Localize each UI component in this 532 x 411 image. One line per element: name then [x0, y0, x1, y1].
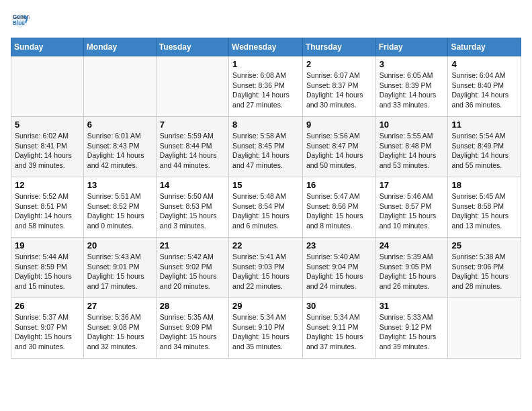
- calendar-body: 1Sunrise: 6:08 AM Sunset: 8:36 PM Daylig…: [11, 56, 521, 359]
- day-info: Sunrise: 6:01 AM Sunset: 8:43 PM Dayligh…: [87, 131, 152, 171]
- day-info: Sunrise: 6:05 AM Sunset: 8:39 PM Dayligh…: [380, 71, 445, 110]
- calendar-cell: 13Sunrise: 5:51 AM Sunset: 8:52 PM Dayli…: [83, 177, 156, 238]
- day-number: 11: [451, 120, 517, 130]
- calendar-cell: 28Sunrise: 5:35 AM Sunset: 9:09 PM Dayli…: [156, 298, 228, 359]
- calendar-cell: 23Sunrise: 5:40 AM Sunset: 9:04 PM Dayli…: [302, 238, 375, 298]
- day-header-saturday: Saturday: [448, 38, 521, 56]
- day-number: 31: [380, 301, 445, 311]
- day-info: Sunrise: 6:02 AM Sunset: 8:41 PM Dayligh…: [15, 131, 80, 171]
- calendar-cell: 7Sunrise: 5:59 AM Sunset: 8:44 PM Daylig…: [156, 117, 228, 177]
- svg-text:Blue: Blue: [13, 19, 25, 26]
- day-info: Sunrise: 5:59 AM Sunset: 8:44 PM Dayligh…: [160, 131, 225, 171]
- day-number: 18: [451, 180, 517, 190]
- day-number: 27: [87, 301, 152, 311]
- calendar-cell: 19Sunrise: 5:44 AM Sunset: 8:59 PM Dayli…: [11, 238, 84, 298]
- day-info: Sunrise: 5:34 AM Sunset: 9:10 PM Dayligh…: [232, 312, 299, 352]
- day-info: Sunrise: 5:47 AM Sunset: 8:56 PM Dayligh…: [306, 191, 372, 231]
- day-info: Sunrise: 5:39 AM Sunset: 9:05 PM Dayligh…: [380, 252, 445, 291]
- calendar-cell: [11, 56, 84, 117]
- day-number: 6: [87, 120, 152, 130]
- day-info: Sunrise: 5:58 AM Sunset: 8:45 PM Dayligh…: [232, 131, 299, 171]
- day-info: Sunrise: 6:07 AM Sunset: 8:37 PM Dayligh…: [306, 71, 372, 110]
- calendar-cell: 31Sunrise: 5:33 AM Sunset: 9:12 PM Dayli…: [375, 298, 448, 359]
- day-info: Sunrise: 5:42 AM Sunset: 9:02 PM Dayligh…: [160, 252, 225, 291]
- day-number: 9: [306, 120, 372, 130]
- calendar-week-row: 19Sunrise: 5:44 AM Sunset: 8:59 PM Dayli…: [11, 238, 521, 298]
- day-info: Sunrise: 5:51 AM Sunset: 8:52 PM Dayligh…: [87, 191, 152, 231]
- calendar-cell: [156, 56, 228, 117]
- calendar-cell: 27Sunrise: 5:36 AM Sunset: 9:08 PM Dayli…: [83, 298, 156, 359]
- calendar-cell: 11Sunrise: 5:54 AM Sunset: 8:49 PM Dayli…: [448, 117, 521, 177]
- calendar-table: SundayMondayTuesdayWednesdayThursdayFrid…: [11, 38, 521, 359]
- day-header-tuesday: Tuesday: [156, 38, 228, 56]
- day-info: Sunrise: 5:55 AM Sunset: 8:48 PM Dayligh…: [380, 131, 445, 171]
- calendar-header-row: SundayMondayTuesdayWednesdayThursdayFrid…: [11, 38, 521, 56]
- day-number: 14: [160, 180, 225, 190]
- calendar-cell: 29Sunrise: 5:34 AM Sunset: 9:10 PM Dayli…: [229, 298, 303, 359]
- calendar-cell: 4Sunrise: 6:04 AM Sunset: 8:40 PM Daylig…: [448, 56, 521, 117]
- day-header-thursday: Thursday: [302, 38, 375, 56]
- day-number: 13: [87, 180, 152, 190]
- header: General Blue: [11, 11, 521, 30]
- day-number: 23: [306, 240, 372, 250]
- day-number: 4: [451, 59, 517, 69]
- calendar-cell: 6Sunrise: 6:01 AM Sunset: 8:43 PM Daylig…: [83, 117, 156, 177]
- day-number: 8: [232, 120, 299, 130]
- day-info: Sunrise: 6:04 AM Sunset: 8:40 PM Dayligh…: [451, 71, 517, 110]
- calendar-cell: 3Sunrise: 6:05 AM Sunset: 8:39 PM Daylig…: [375, 56, 448, 117]
- day-number: 29: [232, 301, 299, 311]
- day-number: 15: [232, 180, 299, 190]
- day-info: Sunrise: 5:54 AM Sunset: 8:49 PM Dayligh…: [451, 131, 517, 171]
- logo: General Blue: [11, 11, 32, 30]
- calendar-cell: 2Sunrise: 6:07 AM Sunset: 8:37 PM Daylig…: [302, 56, 375, 117]
- day-header-friday: Friday: [375, 38, 448, 56]
- day-info: Sunrise: 5:50 AM Sunset: 8:53 PM Dayligh…: [160, 191, 225, 231]
- day-info: Sunrise: 5:44 AM Sunset: 8:59 PM Dayligh…: [15, 252, 80, 291]
- calendar-cell: 10Sunrise: 5:55 AM Sunset: 8:48 PM Dayli…: [375, 117, 448, 177]
- day-info: Sunrise: 5:34 AM Sunset: 9:11 PM Dayligh…: [306, 312, 372, 352]
- day-info: Sunrise: 5:52 AM Sunset: 8:51 PM Dayligh…: [15, 191, 80, 231]
- day-info: Sunrise: 5:56 AM Sunset: 8:47 PM Dayligh…: [306, 131, 372, 171]
- calendar-week-row: 1Sunrise: 6:08 AM Sunset: 8:36 PM Daylig…: [11, 56, 521, 117]
- day-number: 17: [380, 180, 445, 190]
- day-number: 26: [15, 301, 80, 311]
- calendar-week-row: 12Sunrise: 5:52 AM Sunset: 8:51 PM Dayli…: [11, 177, 521, 238]
- logo-icon: General Blue: [11, 11, 30, 30]
- calendar-cell: [83, 56, 156, 117]
- day-number: 20: [87, 240, 152, 250]
- calendar-week-row: 5Sunrise: 6:02 AM Sunset: 8:41 PM Daylig…: [11, 117, 521, 177]
- day-number: 5: [15, 120, 80, 130]
- day-info: Sunrise: 5:45 AM Sunset: 8:58 PM Dayligh…: [451, 191, 517, 231]
- day-number: 19: [15, 240, 80, 250]
- day-number: 1: [232, 59, 299, 69]
- calendar-cell: 20Sunrise: 5:43 AM Sunset: 9:01 PM Dayli…: [83, 238, 156, 298]
- calendar-cell: 1Sunrise: 6:08 AM Sunset: 8:36 PM Daylig…: [229, 56, 303, 117]
- day-number: 22: [232, 240, 299, 250]
- day-info: Sunrise: 5:48 AM Sunset: 8:54 PM Dayligh…: [232, 191, 299, 231]
- day-number: 3: [380, 59, 445, 69]
- day-number: 2: [306, 59, 372, 69]
- day-header-sunday: Sunday: [11, 38, 84, 56]
- day-info: Sunrise: 5:37 AM Sunset: 9:07 PM Dayligh…: [15, 312, 80, 352]
- day-number: 16: [306, 180, 372, 190]
- day-header-monday: Monday: [83, 38, 156, 56]
- day-info: Sunrise: 5:40 AM Sunset: 9:04 PM Dayligh…: [306, 252, 372, 291]
- day-number: 28: [160, 301, 225, 311]
- calendar-cell: 25Sunrise: 5:38 AM Sunset: 9:06 PM Dayli…: [448, 238, 521, 298]
- day-number: 21: [160, 240, 225, 250]
- day-info: Sunrise: 5:46 AM Sunset: 8:57 PM Dayligh…: [380, 191, 445, 231]
- day-info: Sunrise: 5:43 AM Sunset: 9:01 PM Dayligh…: [87, 252, 152, 291]
- calendar-cell: 17Sunrise: 5:46 AM Sunset: 8:57 PM Dayli…: [375, 177, 448, 238]
- calendar-cell: 5Sunrise: 6:02 AM Sunset: 8:41 PM Daylig…: [11, 117, 84, 177]
- calendar-cell: 15Sunrise: 5:48 AM Sunset: 8:54 PM Dayli…: [229, 177, 303, 238]
- calendar-cell: [448, 298, 521, 359]
- calendar-week-row: 26Sunrise: 5:37 AM Sunset: 9:07 PM Dayli…: [11, 298, 521, 359]
- calendar-cell: 14Sunrise: 5:50 AM Sunset: 8:53 PM Dayli…: [156, 177, 228, 238]
- day-info: Sunrise: 5:38 AM Sunset: 9:06 PM Dayligh…: [451, 252, 517, 291]
- day-info: Sunrise: 5:41 AM Sunset: 9:03 PM Dayligh…: [232, 252, 299, 291]
- calendar-cell: 22Sunrise: 5:41 AM Sunset: 9:03 PM Dayli…: [229, 238, 303, 298]
- calendar-cell: 18Sunrise: 5:45 AM Sunset: 8:58 PM Dayli…: [448, 177, 521, 238]
- day-number: 30: [306, 301, 372, 311]
- calendar-cell: 24Sunrise: 5:39 AM Sunset: 9:05 PM Dayli…: [375, 238, 448, 298]
- day-info: Sunrise: 5:35 AM Sunset: 9:09 PM Dayligh…: [160, 312, 225, 352]
